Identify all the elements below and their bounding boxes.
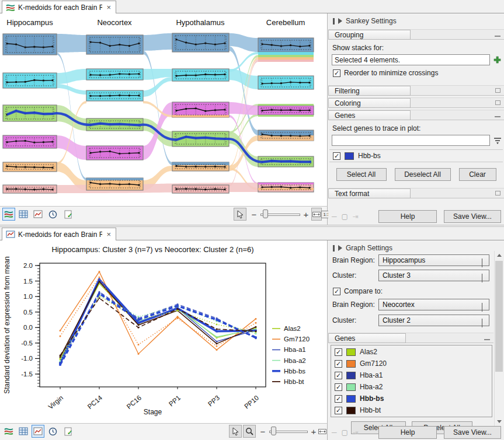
gene-checkbox[interactable]: ✓ <box>333 152 340 160</box>
compare-checkbox[interactable]: ✓ <box>333 288 340 295</box>
zoom-out-button[interactable]: − <box>250 208 258 221</box>
reorder-checkbox-row[interactable]: ✓ Reorder to minimize crossings <box>328 65 504 78</box>
gene-row-hbb-bs[interactable]: ✓Hbb-bs <box>331 393 492 404</box>
sankey-view-button[interactable] <box>2 425 15 438</box>
gene-row-hbb-bs[interactable]: ✓Hbb-bs <box>329 150 503 162</box>
minimize-icon[interactable]: ─ <box>332 212 337 221</box>
zoom-slider-handle[interactable] <box>271 427 276 435</box>
section-grouping[interactable]: Grouping <box>328 29 504 40</box>
sankey-link-cyan[interactable] <box>57 69 86 84</box>
zoom-tool-button[interactable] <box>243 425 256 438</box>
minimize-icon[interactable]: ─ <box>332 428 337 436</box>
gene-checkbox[interactable]: ✓ <box>335 360 342 368</box>
line-chart-view-button[interactable] <box>32 208 44 221</box>
section-filtering[interactable]: Filtering <box>328 85 504 96</box>
sankey-link-cyan[interactable] <box>229 69 258 89</box>
float-icon[interactable] <box>495 88 500 94</box>
section-coloring[interactable]: Coloring <box>328 97 504 108</box>
section-text-format[interactable]: Text format <box>328 188 504 198</box>
gene-checkbox[interactable]: ✓ <box>335 383 342 391</box>
sankey-link-cyan[interactable] <box>57 84 86 95</box>
zoom-out-button[interactable]: − <box>259 425 267 438</box>
sankey-view-button[interactable] <box>2 208 15 221</box>
brain-region-select-2[interactable]: Neocortex <box>378 299 489 310</box>
coloring-section-label[interactable]: Coloring <box>328 98 411 108</box>
line-chart-view[interactable]: Hippocampus: Cluster 3 (n=7) vs Neocorte… <box>0 240 328 423</box>
collapse-icon[interactable] <box>484 335 490 341</box>
gene-checkbox[interactable]: ✓ <box>335 372 342 379</box>
fit-width-button[interactable] <box>311 208 322 221</box>
sankey-node-y1[interactable] <box>172 33 229 52</box>
gene-row-gm7120[interactable]: ✓Gm7120 <box>331 358 492 369</box>
sankey-node-h1[interactable] <box>3 34 57 55</box>
dock-icon[interactable]: ⇥ <box>353 428 359 436</box>
pointer-tool-button[interactable] <box>234 208 246 221</box>
float-icon[interactable]: ▢ <box>342 212 348 221</box>
dock-icon[interactable]: ⇥ <box>353 212 359 221</box>
section-genes[interactable]: Genes <box>328 110 504 120</box>
scroll-up-button[interactable] <box>495 251 503 260</box>
fit-width-button[interactable] <box>318 425 327 438</box>
grouping-section-label[interactable]: Grouping <box>328 30 411 40</box>
tab-close-icon[interactable]: × <box>105 230 112 239</box>
collapse-icon[interactable] <box>495 112 500 118</box>
scrollbar-thumb[interactable] <box>495 261 503 372</box>
report-view-button[interactable]: ✓ <box>62 208 75 221</box>
save-view-button[interactable]: Save View... <box>444 210 501 223</box>
gene-row-hbb-bt[interactable]: ✓Hbb-bt <box>331 404 492 416</box>
text-format-section-label[interactable]: Text format <box>328 188 411 198</box>
gene-row-hba-a2[interactable]: ✓Hba-a2 <box>331 381 492 393</box>
history-view-button[interactable] <box>46 425 59 438</box>
line-chart-view-button[interactable] <box>32 425 44 438</box>
cluster-select-1[interactable]: Cluster 3 <box>378 270 489 281</box>
history-view-button[interactable] <box>46 208 59 221</box>
tab-kmedoids-sankey[interactable]: K-medoids for each Brain Regi... × <box>2 1 116 13</box>
gene-checkbox[interactable]: ✓ <box>335 348 342 356</box>
filtering-section-label[interactable]: Filtering <box>328 86 411 96</box>
sankey-link-cyan[interactable] <box>143 77 172 97</box>
reorder-checkbox[interactable]: ✓ <box>333 69 340 77</box>
table-view-button[interactable] <box>17 208 30 221</box>
save-view-button[interactable]: Save View... <box>444 426 501 439</box>
float-icon[interactable]: ▢ <box>342 428 348 436</box>
add-stack-button[interactable] <box>493 55 502 64</box>
panel-arrow-icon[interactable] <box>338 18 342 24</box>
section-genes[interactable]: Genes <box>328 333 493 343</box>
panel-arrow-icon[interactable] <box>338 245 342 251</box>
gene-row-alas2[interactable]: ✓Alas2 <box>331 346 492 358</box>
report-view-button[interactable]: ✓ <box>62 425 75 438</box>
float-icon[interactable] <box>495 190 500 197</box>
help-button[interactable]: Help <box>378 210 437 223</box>
sankey-diagram-view[interactable]: HippocampusNeocortexHypothalamusCerebell… <box>0 13 328 206</box>
brain-region-select-1[interactable]: Hippocampus <box>378 254 489 266</box>
tab-kmedoids-graph[interactable]: K-medoids for each Brain Regi... × <box>2 228 116 240</box>
gene-row-hba-a1[interactable]: ✓Hba-a1 <box>331 369 492 381</box>
table-view-button[interactable] <box>17 425 30 438</box>
compare-checkbox-row[interactable]: ✓ Compare to: <box>328 284 504 296</box>
clear-button[interactable]: Clear <box>459 168 496 181</box>
help-button[interactable]: Help <box>378 426 437 439</box>
select-all-button[interactable]: Select All <box>336 168 387 181</box>
zoom-in-button[interactable]: + <box>310 425 318 438</box>
gene-checkbox[interactable]: ✓ <box>335 407 342 414</box>
sankey-link-blue[interactable] <box>57 34 86 53</box>
zoom-in-button[interactable]: + <box>302 208 310 221</box>
scroll-down-button[interactable] <box>495 417 503 426</box>
gene-checkbox[interactable]: ✓ <box>335 395 342 403</box>
float-icon[interactable] <box>495 100 500 106</box>
sankey-link-blue[interactable] <box>143 33 172 51</box>
gene-search-input[interactable] <box>332 135 490 146</box>
filter-icon[interactable] <box>493 137 502 145</box>
pointer-tool-button[interactable] <box>229 425 242 438</box>
stacks-input[interactable]: Selected 4 elements. <box>332 54 490 65</box>
genes-section-label[interactable]: Genes <box>328 110 411 120</box>
zoom-slider-handle[interactable] <box>263 209 268 218</box>
sankey-link-magenta[interactable] <box>57 135 86 160</box>
settings-scrollbar[interactable] <box>494 251 503 426</box>
tab-close-icon[interactable]: × <box>105 3 112 12</box>
collapse-icon[interactable] <box>495 32 500 38</box>
cluster-select-2[interactable]: Cluster 2 <box>378 315 489 326</box>
deselect-all-button[interactable]: Deselect All <box>395 168 451 181</box>
sankey-diagram[interactable] <box>0 13 328 206</box>
genes-section-label[interactable]: Genes <box>328 333 406 343</box>
